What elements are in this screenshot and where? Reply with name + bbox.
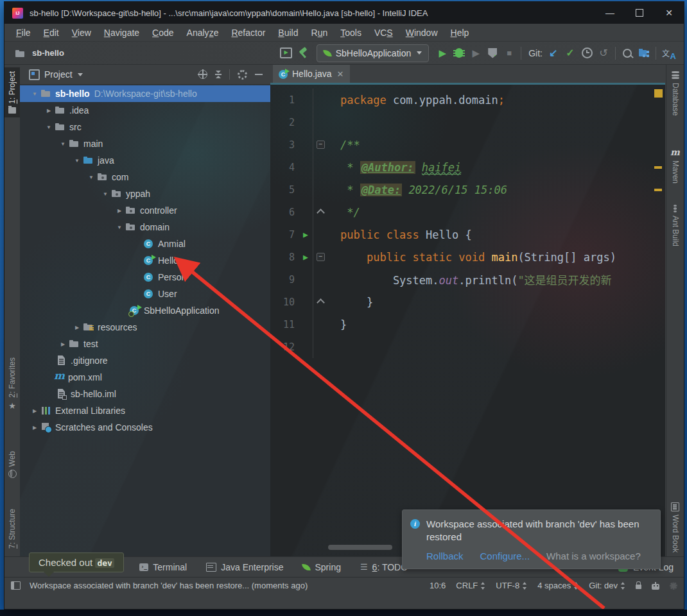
code-line[interactable]: 9 System.out.println("这是组员开发的新 (270, 268, 665, 291)
close-icon[interactable]: ✕ (336, 69, 344, 79)
coverage-run-icon[interactable]: ▶ (467, 45, 484, 62)
fold-marker-icon[interactable] (313, 201, 327, 223)
toolwindow-button-java-enterprise[interactable]: Java Enterprise (206, 562, 283, 572)
fold-marker-icon[interactable] (313, 246, 327, 268)
fold-marker-icon[interactable] (313, 291, 327, 313)
chevron-down-icon[interactable] (78, 73, 83, 76)
encoding-widget[interactable]: UTF-8 (496, 581, 527, 590)
code-line[interactable]: 6 */ (270, 201, 665, 223)
menu-navigate[interactable]: Navigate (98, 28, 146, 38)
toolwindow-toggle-icon[interactable] (11, 581, 21, 590)
code-line[interactable]: 11} (270, 313, 665, 336)
close-button[interactable]: ✕ (654, 2, 684, 24)
toolwindow-button-terminal[interactable]: ›_Terminal (139, 562, 187, 572)
project-structure-icon[interactable] (636, 45, 652, 62)
code-area[interactable]: 1package com.yppah.domain;23/**4 * @Auth… (270, 85, 665, 358)
tree-item-gitignore[interactable]: .gitignore (20, 352, 270, 369)
status-message[interactable]: Workspace associated with branch 'dev' h… (30, 581, 308, 590)
tab-hello-java[interactable]: Hello.java ✕ (273, 65, 350, 83)
toolwindow-button-maven[interactable]: mMaven (666, 147, 684, 184)
change-stripe-mark[interactable] (654, 166, 662, 169)
code-line[interactable]: 4 * @Author: haifei (270, 156, 665, 178)
toolwindow-button-1-project[interactable]: 1: Project (4, 67, 20, 117)
menu-view[interactable]: View (65, 28, 98, 38)
tree-expanded-arrow-icon[interactable]: ▼ (29, 91, 40, 97)
tree-item-java[interactable]: ▼java (20, 152, 270, 169)
error-stripe-mark[interactable] (654, 89, 663, 98)
menu-edit[interactable]: Edit (37, 28, 65, 38)
lock-icon[interactable] (636, 585, 641, 589)
tree-collapsed-arrow-icon[interactable]: ▶ (43, 108, 55, 114)
tree-collapsed-arrow-icon[interactable]: ▶ (57, 341, 69, 347)
collapse-all-icon[interactable] (215, 71, 222, 78)
git-branch-widget[interactable]: Git: dev (589, 581, 625, 590)
tree-item-main[interactable]: ▼main (20, 135, 270, 152)
menu-run[interactable]: Run (305, 28, 335, 38)
tree-expanded-arrow-icon[interactable]: ▼ (100, 191, 111, 197)
build-hammer-icon[interactable] (295, 45, 311, 62)
maximize-button[interactable] (625, 2, 654, 24)
tree-item-sbhelloapplication[interactable]: SbHelloApplication (20, 302, 270, 319)
run-line-icon[interactable]: ▶ (299, 230, 313, 239)
debug-icon[interactable] (451, 45, 467, 62)
tree-item-com[interactable]: ▼com (20, 169, 270, 185)
toolwindow-button-6-todo[interactable]: ☰6: TODO (360, 562, 408, 572)
tree-item-sb-hello-iml[interactable]: sb-hello.iml (20, 386, 270, 402)
run-icon[interactable]: ▶ (434, 45, 451, 62)
search-everywhere-icon[interactable] (619, 45, 636, 62)
profiler-icon[interactable] (484, 45, 501, 62)
tree-item-sb-hello[interactable]: ▼sb-helloD:\Workspace-git\sb-hello (20, 85, 270, 102)
run-anything-icon[interactable]: ▶ (278, 45, 295, 62)
toolwindow-button-7-structure[interactable]: 7: Structure (4, 505, 20, 552)
tree-item-hello[interactable]: Hello (20, 252, 270, 269)
toolwindow-button-ant-build[interactable]: Ant Build (666, 205, 684, 246)
toolwindow-button-database[interactable]: Database (666, 71, 684, 116)
tree-expanded-arrow-icon[interactable]: ▼ (85, 175, 97, 180)
tree-item-external-libraries[interactable]: ▶External Libraries (20, 402, 270, 419)
fold-marker-icon[interactable] (313, 133, 327, 156)
run-line-icon[interactable]: ▶ (299, 252, 313, 262)
menu-code[interactable]: Code (146, 28, 180, 38)
code-line[interactable]: 12 (270, 336, 665, 358)
tree-expanded-arrow-icon[interactable]: ▼ (57, 141, 69, 147)
tree-item-yppah[interactable]: ▼yppah (20, 185, 270, 202)
line-ending-widget[interactable]: CRLF (456, 581, 485, 590)
git-update-icon[interactable]: ↙ (545, 45, 562, 62)
run-config-selector[interactable]: SbHelloApplication (317, 44, 430, 62)
code-line[interactable]: 2 (270, 111, 665, 133)
menu-tools[interactable]: Tools (334, 28, 368, 38)
tree-item-resources[interactable]: ▶resources (20, 319, 270, 336)
horizontal-scrollbar[interactable] (328, 545, 392, 550)
tree-item-idea[interactable]: ▶.idea (20, 102, 270, 119)
tree-expanded-arrow-icon[interactable]: ▼ (114, 225, 125, 230)
code-line[interactable]: 3/** (270, 133, 665, 156)
tree-item-controller[interactable]: ▶controller (20, 202, 270, 219)
tree-item-anmial[interactable]: Anmial (20, 235, 270, 252)
code-line[interactable]: 5 * @Date: 2022/6/15 15:06 (270, 178, 665, 201)
configure-link[interactable]: Configure... (480, 551, 530, 561)
rollback-link[interactable]: Rollback (426, 551, 464, 561)
menu-window[interactable]: Window (399, 28, 444, 38)
toolwindow-button-spring[interactable]: Spring (302, 562, 340, 572)
minimize-button[interactable]: — (595, 2, 625, 24)
git-history-icon[interactable] (578, 45, 595, 62)
code-line[interactable]: 7▶public class Hello { (270, 223, 665, 246)
gear-icon[interactable] (238, 70, 247, 80)
menu-refactor[interactable]: Refactor (225, 28, 272, 38)
project-panel-title[interactable]: Project (44, 69, 73, 80)
tree-expanded-arrow-icon[interactable]: ▼ (71, 158, 83, 164)
caret-position-widget[interactable]: 10:6 (430, 581, 446, 590)
theme-status-icon[interactable] (670, 582, 677, 590)
tree-collapsed-arrow-icon[interactable]: ▶ (29, 408, 40, 414)
code-line[interactable]: 1package com.yppah.domain; (270, 89, 665, 111)
toolwindow-button-web[interactable]: Web (4, 447, 20, 482)
tree-item-src[interactable]: ▼src (20, 119, 270, 135)
toolwindow-button-2-favorites[interactable]: 2: Favorites★ (4, 354, 20, 415)
toolwindow-button-word-book[interactable]: Word Book (666, 502, 684, 552)
tree-item-user[interactable]: User (20, 286, 270, 302)
locate-file-icon[interactable] (198, 70, 207, 79)
project-chip[interactable]: sb-hello (15, 48, 64, 58)
grazie-robot-icon[interactable] (652, 584, 659, 590)
git-rollback-icon[interactable]: ↺ (595, 45, 612, 62)
tree-collapsed-arrow-icon[interactable]: ▶ (29, 425, 40, 431)
